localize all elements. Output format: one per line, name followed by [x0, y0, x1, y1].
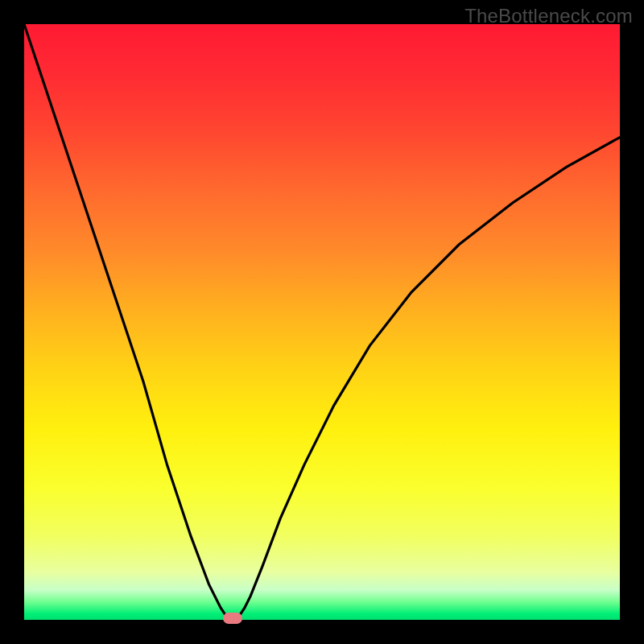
chart-container: TheBottleneck.com	[0, 0, 644, 644]
curve-layer	[24, 24, 620, 620]
optimal-marker	[223, 613, 242, 624]
watermark-text: TheBottleneck.com	[464, 5, 633, 27]
bottleneck-curve	[24, 24, 620, 620]
